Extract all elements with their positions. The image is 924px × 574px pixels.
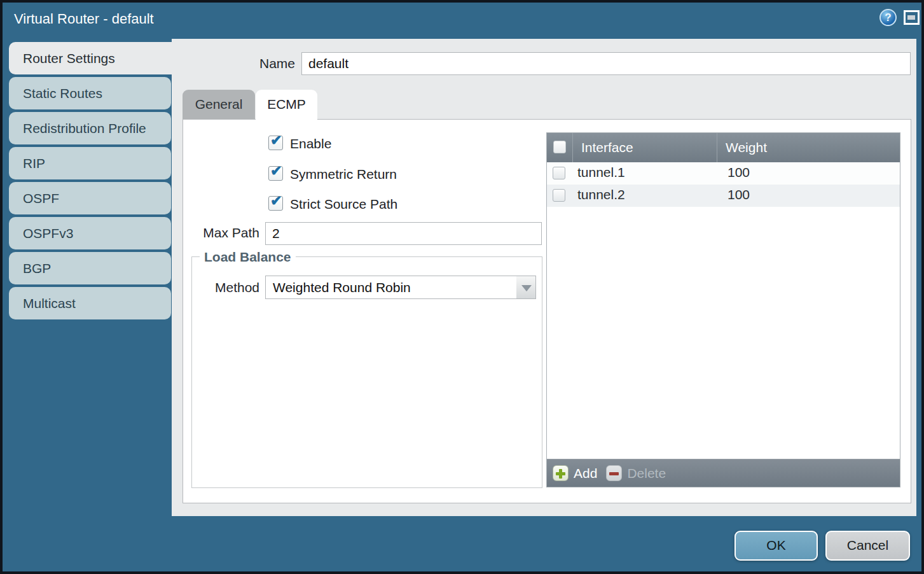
name-label: Name — [212, 56, 295, 71]
tab-general[interactable]: General — [183, 90, 255, 119]
restore-icon[interactable] — [904, 10, 920, 25]
enable-label: Enable — [290, 136, 331, 151]
column-header-interface[interactable]: Interface — [572, 133, 717, 162]
plus-icon — [553, 465, 569, 481]
column-header-weight[interactable]: Weight — [717, 133, 900, 162]
cancel-button[interactable]: Cancel — [825, 531, 910, 561]
symmetric-return-checkbox[interactable]: ✔ — [268, 166, 283, 181]
table-row[interactable]: tunnel.1 100 — [547, 162, 900, 185]
strict-source-path-checkbox[interactable]: ✔ — [268, 196, 283, 211]
check-icon: ✔ — [270, 193, 282, 209]
name-input[interactable] — [301, 52, 911, 75]
max-path-input[interactable] — [265, 222, 542, 245]
sidebar-item-rip[interactable]: RIP — [9, 147, 171, 179]
check-icon: ✔ — [270, 132, 282, 149]
virtual-router-dialog: Virtual Router - default ? Router Settin… — [0, 0, 924, 574]
delete-button-label: Delete — [627, 466, 666, 481]
cell-interface: tunnel.2 — [577, 187, 625, 202]
tab-ecmp[interactable]: ECMP — [256, 90, 317, 120]
table-row[interactable]: tunnel.2 100 — [547, 185, 900, 207]
dialog-title: Virtual Router - default — [14, 11, 154, 27]
restore-icon-inner — [907, 15, 915, 20]
cell-weight: 100 — [727, 165, 750, 180]
sidebar-item-static-routes[interactable]: Static Routes — [9, 77, 171, 109]
header-checkbox-cell — [547, 133, 572, 162]
check-icon: ✔ — [270, 163, 282, 179]
load-balance-legend: Load Balance — [200, 249, 296, 265]
sidebar-item-ospf[interactable]: OSPF — [9, 182, 171, 214]
help-icon[interactable]: ? — [879, 9, 897, 26]
sidebar-item-multicast[interactable]: Multicast — [9, 287, 171, 319]
add-button[interactable]: Add — [553, 465, 606, 481]
select-all-checkbox[interactable] — [553, 141, 566, 153]
table-header: Interface Weight — [547, 133, 900, 162]
sidebar-item-ospfv3[interactable]: OSPFv3 — [9, 217, 171, 249]
method-label: Method — [193, 280, 259, 295]
enable-checkbox[interactable]: ✔ — [268, 136, 283, 150]
strict-source-path-label: Strict Source Path — [290, 197, 397, 212]
delete-button[interactable]: Delete — [606, 465, 666, 481]
symmetric-return-label: Symmetric Return — [290, 167, 397, 182]
sidebar-item-router-settings[interactable]: Router Settings — [9, 42, 172, 74]
sidebar-item-bgp[interactable]: BGP — [9, 252, 171, 284]
chevron-down-icon[interactable] — [516, 276, 536, 299]
max-path-label: Max Path — [186, 225, 259, 241]
table-toolbar: Add Delete — [547, 459, 900, 487]
ok-button[interactable]: OK — [734, 531, 818, 561]
dropdown-triangle — [521, 285, 532, 291]
cell-interface: tunnel.1 — [577, 165, 625, 180]
minus-icon — [606, 465, 622, 481]
cell-weight: 100 — [727, 187, 750, 202]
add-button-label: Add — [574, 466, 597, 481]
interface-table: Interface Weight tunnel.1 100 tunnel.2 1… — [546, 132, 900, 487]
sidebar-item-redistribution-profile[interactable]: Redistribution Profile — [9, 112, 171, 144]
row-checkbox[interactable] — [553, 167, 565, 179]
row-checkbox[interactable] — [553, 189, 565, 202]
method-dropdown[interactable]: Weighted Round Robin — [265, 276, 517, 299]
